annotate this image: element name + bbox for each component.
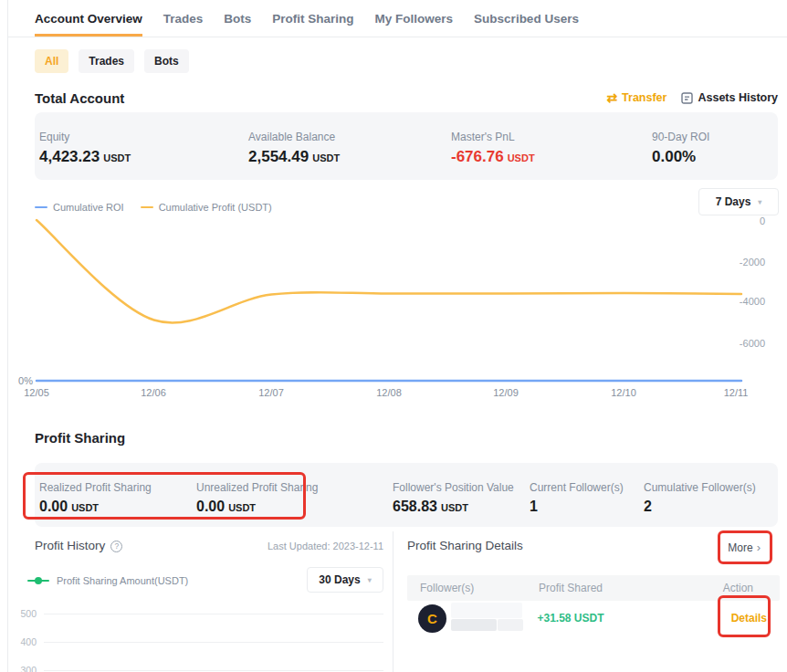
profit-sharing-stats-card: Realized Profit Sharing 0.00USDT Unreali…: [35, 463, 778, 527]
profit-amount-line-swatch: [27, 580, 49, 582]
assets-history-icon: [681, 92, 693, 104]
stat-90day-roi: 90-Day ROI 0.00%: [652, 131, 709, 166]
tab-subscribed-users[interactable]: Subscribed Users: [474, 0, 579, 37]
assets-history-label: Assets History: [698, 91, 778, 104]
assets-history-button[interactable]: Assets History: [681, 91, 778, 104]
chevron-down-icon: ▾: [368, 576, 372, 584]
stat-equity: Equity 4,423.23USDT: [39, 131, 131, 166]
x-axis-label: 12/06: [141, 387, 166, 398]
x-axis-label: 12/11: [724, 387, 749, 398]
column-action: Action: [723, 582, 753, 594]
tab-bots[interactable]: Bots: [224, 0, 251, 37]
transfer-label: Transfer: [622, 91, 666, 104]
total-account-stats-card: Equity 4,423.23USDT Available Balance 2,…: [35, 112, 778, 180]
details-button[interactable]: Details: [731, 612, 767, 625]
tab-trades[interactable]: Trades: [163, 0, 204, 37]
column-followers: Follower(s): [420, 582, 474, 594]
legend-profit-sharing-amount[interactable]: Profit Sharing Amount(USDT): [27, 575, 188, 586]
profit-sharing-title: Profit Sharing: [35, 430, 125, 446]
period-select-30days[interactable]: 30 Days ▾: [307, 567, 383, 593]
mini-y-tick: 500: [13, 608, 37, 619]
column-profit-shared: Profit Shared: [511, 582, 630, 594]
x-axis-label: 12/09: [493, 387, 519, 398]
y-axis-tick: -4000: [725, 296, 765, 307]
roi-zero-label: 0%: [11, 375, 33, 386]
x-axis-label: 12/10: [611, 387, 636, 398]
y-axis-tick: -2000: [725, 257, 765, 268]
chevron-down-icon: ▾: [758, 198, 761, 206]
x-axis-label: 12/08: [376, 387, 402, 398]
top-tab-bar: Account Overview Trades Bots Profit Shar…: [8, 0, 787, 37]
transfer-icon: ⇄: [606, 91, 617, 104]
filter-bots[interactable]: Bots: [144, 49, 189, 73]
stat-cumulative-followers: Cumulative Follower(s) 2: [644, 481, 756, 515]
gridline: [44, 642, 383, 643]
transfer-button[interactable]: ⇄ Transfer: [606, 91, 666, 104]
x-axis-label: 12/05: [24, 387, 49, 398]
total-account-actions: ⇄ Transfer Assets History: [606, 91, 778, 104]
profit-sharing-details-title: Profit Sharing Details: [407, 539, 523, 552]
cumulative-performance-chart: [0, 212, 787, 394]
stat-masters-pnl: Master's PnL -676.76USDT: [451, 131, 535, 166]
more-button[interactable]: More ›: [728, 541, 761, 554]
cumulative-profit-line: [37, 220, 741, 323]
filter-trades[interactable]: Trades: [79, 49, 134, 73]
gridline: [44, 614, 383, 614]
profit-history-title: Profit History: [35, 539, 105, 552]
y-axis-tick: -6000: [725, 338, 765, 349]
details-table-header: Follower(s) Profit Shared Action: [407, 575, 780, 601]
y-axis-tick: 0: [725, 215, 765, 226]
chevron-right-icon: ›: [757, 541, 761, 554]
gridline: [44, 670, 383, 671]
tab-my-followers[interactable]: My Followers: [375, 0, 454, 37]
tab-account-overview[interactable]: Account Overview: [35, 0, 142, 37]
profit-history-header: Profit History?: [35, 539, 122, 552]
follower-avatar: C: [418, 604, 446, 633]
follower-name-redacted: [451, 619, 497, 631]
stat-follower-position-value: Follower's Position Value 658.83USDT: [393, 481, 514, 515]
filter-all[interactable]: All: [35, 49, 68, 73]
stat-available-balance: Available Balance 2,554.49USDT: [248, 131, 340, 166]
stat-current-followers: Current Follower(s) 1: [530, 481, 624, 515]
help-icon[interactable]: ?: [110, 541, 122, 552]
last-updated-label: Last Updated: 2023-12-11: [268, 541, 383, 551]
stat-unrealized-profit-sharing: Unrealized Profit Sharing 0.00USDT: [196, 481, 318, 515]
bottom-section-divider: [393, 531, 394, 672]
scope-filter-group: All Trades Bots: [35, 49, 189, 73]
x-axis-label: 12/07: [258, 387, 284, 398]
total-account-title: Total Account: [35, 90, 124, 106]
stat-realized-profit-sharing: Realized Profit Sharing 0.00USDT: [39, 481, 152, 515]
profit-shared-value: +31.58 USDT: [511, 612, 630, 625]
profit-line-swatch: [141, 206, 153, 208]
mini-y-tick: 400: [13, 636, 37, 647]
copy-trading-dashboard: Account Overview Trades Bots Profit Shar…: [0, 0, 787, 672]
mini-y-tick: 300: [13, 665, 37, 672]
roi-line-swatch: [35, 206, 47, 208]
tab-profit-sharing[interactable]: Profit Sharing: [272, 0, 353, 37]
